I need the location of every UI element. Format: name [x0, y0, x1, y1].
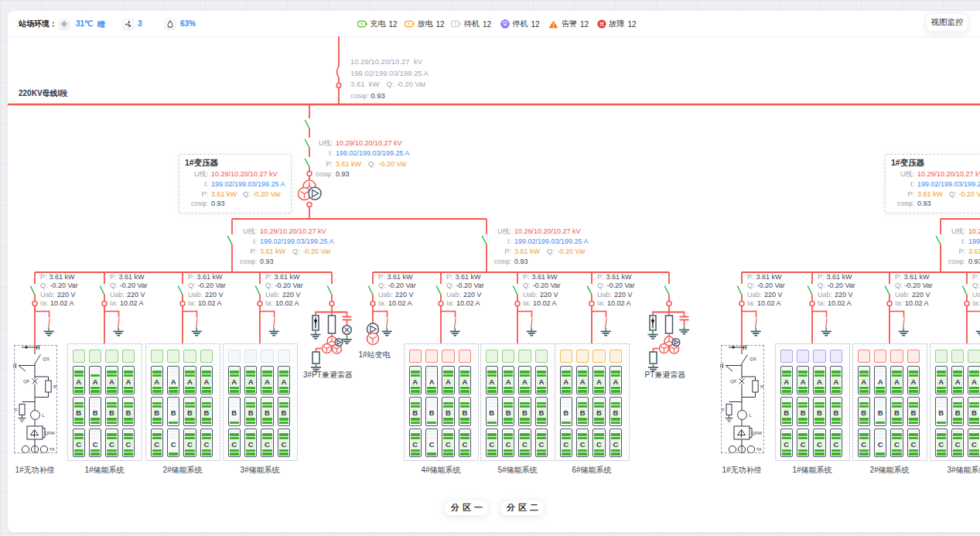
- battery-cluster-cell[interactable]: C: [425, 428, 439, 458]
- battery-cluster-cell[interactable]: B: [183, 397, 196, 426]
- battery-cluster-cell[interactable]: A: [518, 366, 531, 395]
- battery-cluster-cell[interactable]: C: [409, 428, 422, 458]
- battery-cluster-cell[interactable]: B: [797, 397, 810, 426]
- battery-cluster-cell[interactable]: B: [409, 397, 422, 426]
- battery-cluster-cell[interactable]: A: [968, 366, 980, 395]
- battery-cluster-cell[interactable]: B: [935, 397, 948, 426]
- battery-cluster-cell[interactable]: A: [105, 366, 118, 395]
- battery-cluster-cell[interactable]: A: [890, 366, 903, 395]
- battery-cluster-cell[interactable]: B: [560, 397, 573, 426]
- battery-cluster-cell[interactable]: A: [442, 366, 455, 395]
- battery-cluster-cell[interactable]: B: [151, 397, 164, 426]
- battery-cluster-cell[interactable]: A: [122, 366, 135, 395]
- battery-cluster-cell[interactable]: B: [73, 397, 86, 426]
- battery-cluster-cell[interactable]: A: [151, 366, 164, 395]
- battery-cluster-cell[interactable]: B: [951, 397, 965, 426]
- battery-cluster-cell[interactable]: C: [486, 428, 499, 458]
- battery-cluster-cell[interactable]: A: [425, 366, 439, 395]
- battery-cluster-cell[interactable]: C: [244, 428, 258, 458]
- battery-cluster-cell[interactable]: C: [780, 428, 794, 458]
- battery-cluster-cell[interactable]: B: [486, 397, 499, 426]
- battery-cluster-cell[interactable]: B: [780, 397, 794, 426]
- battery-cluster-cell[interactable]: C: [73, 428, 86, 458]
- battery-cluster-cell[interactable]: B: [425, 397, 439, 426]
- battery-cluster-cell[interactable]: B: [907, 397, 920, 426]
- battery-cluster-cell[interactable]: C: [592, 428, 606, 458]
- battery-cluster-cell[interactable]: C: [278, 428, 291, 458]
- battery-cluster-cell[interactable]: A: [409, 366, 422, 395]
- battery-cluster-cell[interactable]: B: [813, 397, 826, 426]
- battery-cluster-cell[interactable]: A: [244, 366, 258, 395]
- battery-cluster-cell[interactable]: B: [167, 397, 180, 426]
- ess-container[interactable]: AAAABBBBCCCC: [223, 343, 298, 461]
- battery-cluster-cell[interactable]: B: [105, 397, 118, 426]
- battery-cluster-cell[interactable]: C: [935, 428, 948, 458]
- battery-cluster-cell[interactable]: C: [576, 428, 589, 458]
- battery-cluster-cell[interactable]: A: [576, 366, 589, 395]
- ess-container[interactable]: AAAABBBBCCCC: [480, 343, 555, 461]
- ess-container[interactable]: AAAABBBBCCCC: [555, 343, 630, 461]
- battery-cluster-cell[interactable]: A: [813, 366, 826, 395]
- battery-cluster-cell[interactable]: C: [502, 428, 515, 458]
- ess-container[interactable]: AAAABBBBCCCC: [145, 343, 220, 461]
- ess-container[interactable]: AAAABBBBCCCC: [404, 343, 479, 461]
- battery-cluster-cell[interactable]: A: [858, 366, 871, 395]
- ess-container[interactable]: AAAABBBBCCCC: [930, 343, 980, 461]
- battery-cluster-cell[interactable]: A: [459, 366, 472, 395]
- battery-cluster-cell[interactable]: C: [830, 428, 843, 458]
- battery-cluster-cell[interactable]: C: [968, 428, 980, 458]
- battery-cluster-cell[interactable]: A: [200, 366, 213, 395]
- battery-cluster-cell[interactable]: A: [592, 366, 606, 395]
- battery-cluster-cell[interactable]: B: [261, 397, 274, 426]
- battery-cluster-cell[interactable]: A: [486, 366, 499, 395]
- ess-container[interactable]: AAAABBBBCCCC: [775, 343, 850, 461]
- battery-cluster-cell[interactable]: C: [951, 428, 965, 458]
- battery-cluster-cell[interactable]: C: [797, 428, 810, 458]
- battery-cluster-cell[interactable]: B: [535, 397, 548, 426]
- battery-cluster-cell[interactable]: C: [535, 428, 548, 458]
- battery-cluster-cell[interactable]: A: [907, 366, 920, 395]
- battery-cluster-cell[interactable]: A: [797, 366, 810, 395]
- battery-cluster-cell[interactable]: A: [502, 366, 515, 395]
- svc-box[interactable]: [14, 345, 57, 453]
- battery-cluster-cell[interactable]: B: [518, 397, 531, 426]
- zone-1-button[interactable]: 分区一: [444, 500, 489, 516]
- battery-cluster-cell[interactable]: B: [858, 397, 871, 426]
- battery-cluster-cell[interactable]: B: [278, 397, 291, 426]
- battery-cluster-cell[interactable]: A: [830, 366, 843, 395]
- battery-cluster-cell[interactable]: C: [105, 428, 118, 458]
- svc-box[interactable]: [721, 345, 764, 453]
- battery-cluster-cell[interactable]: A: [183, 366, 196, 395]
- battery-cluster-cell[interactable]: C: [459, 428, 472, 458]
- battery-cluster-cell[interactable]: B: [442, 397, 455, 426]
- battery-cluster-cell[interactable]: B: [122, 397, 135, 426]
- battery-cluster-cell[interactable]: B: [576, 397, 589, 426]
- battery-cluster-cell[interactable]: C: [183, 428, 196, 458]
- battery-cluster-cell[interactable]: A: [560, 366, 573, 395]
- battery-cluster-cell[interactable]: B: [244, 397, 258, 426]
- battery-cluster-cell[interactable]: C: [122, 428, 135, 458]
- battery-cluster-cell[interactable]: C: [858, 428, 871, 458]
- battery-cluster-cell[interactable]: A: [228, 366, 241, 395]
- battery-cluster-cell[interactable]: A: [261, 366, 274, 395]
- battery-cluster-cell[interactable]: A: [874, 366, 887, 395]
- battery-cluster-cell[interactable]: C: [890, 428, 903, 458]
- battery-cluster-cell[interactable]: C: [907, 428, 920, 458]
- battery-cluster-cell[interactable]: B: [89, 397, 102, 426]
- battery-cluster-cell[interactable]: C: [200, 428, 213, 458]
- battery-cluster-cell[interactable]: C: [151, 428, 164, 458]
- battery-cluster-cell[interactable]: C: [874, 428, 887, 458]
- battery-cluster-cell[interactable]: A: [167, 366, 180, 395]
- battery-cluster-cell[interactable]: C: [228, 428, 241, 458]
- battery-cluster-cell[interactable]: B: [502, 397, 515, 426]
- battery-cluster-cell[interactable]: A: [951, 366, 965, 395]
- battery-cluster-cell[interactable]: B: [968, 397, 980, 426]
- battery-cluster-cell[interactable]: C: [518, 428, 531, 458]
- battery-cluster-cell[interactable]: A: [73, 366, 86, 395]
- battery-cluster-cell[interactable]: C: [560, 428, 573, 458]
- ess-container[interactable]: AAAABBBBCCCC: [852, 343, 927, 461]
- battery-cluster-cell[interactable]: C: [610, 428, 623, 458]
- battery-cluster-cell[interactable]: A: [780, 366, 794, 395]
- battery-cluster-cell[interactable]: C: [442, 428, 455, 458]
- battery-cluster-cell[interactable]: A: [278, 366, 291, 395]
